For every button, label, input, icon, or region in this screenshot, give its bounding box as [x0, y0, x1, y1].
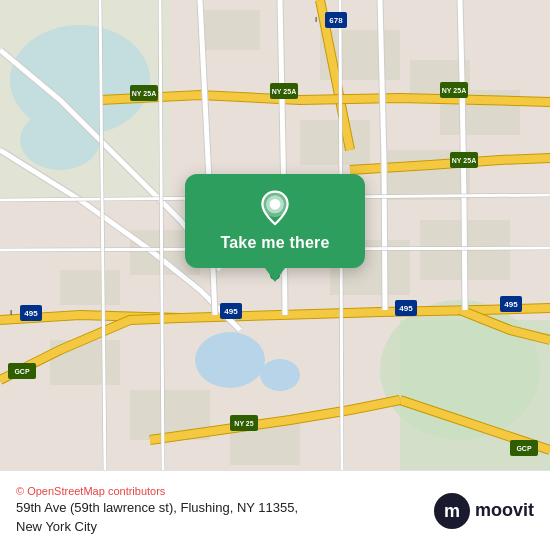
- svg-text:NY 25A: NY 25A: [442, 87, 466, 94]
- moovit-icon: m: [433, 492, 471, 530]
- location-line1: 59th Ave (59th lawrence st), Flushing, N…: [16, 500, 298, 515]
- svg-text:495: 495: [504, 300, 518, 309]
- moovit-logo[interactable]: m moovit: [433, 492, 534, 530]
- svg-text:NY 25A: NY 25A: [452, 157, 476, 164]
- svg-point-3: [195, 332, 265, 388]
- info-bar: © OpenStreetMap contributors 59th Ave (5…: [0, 470, 550, 550]
- attribution-symbol: ©: [16, 485, 24, 497]
- attribution-contributors: contributors: [108, 485, 165, 497]
- svg-text:NY 25A: NY 25A: [272, 88, 296, 95]
- take-me-there-button[interactable]: Take me there: [220, 234, 329, 252]
- svg-text:NY 25A: NY 25A: [132, 90, 156, 97]
- svg-text:m: m: [444, 501, 460, 521]
- svg-rect-11: [300, 120, 370, 165]
- location-pin-icon: [257, 190, 293, 226]
- svg-point-4: [260, 359, 300, 391]
- attribution: © OpenStreetMap contributors: [16, 485, 298, 497]
- svg-text:495: 495: [224, 307, 238, 316]
- svg-text:I: I: [10, 308, 12, 317]
- svg-text:678: 678: [329, 16, 343, 25]
- svg-text:495: 495: [399, 304, 413, 313]
- svg-text:I: I: [315, 15, 317, 24]
- info-left: © OpenStreetMap contributors 59th Ave (5…: [16, 485, 298, 535]
- location-line2: New York City: [16, 519, 97, 534]
- popup-card: Take me there: [185, 174, 365, 268]
- moovit-wordmark: moovit: [475, 500, 534, 521]
- svg-text:NY 25: NY 25: [234, 420, 253, 427]
- svg-text:GCP: GCP: [516, 445, 532, 452]
- svg-text:GCP: GCP: [14, 368, 30, 375]
- map-container: 678 I NY 25A NY 25A NY 25A NY 25A 495 I …: [0, 0, 550, 470]
- svg-rect-15: [60, 270, 120, 305]
- location-text: 59th Ave (59th lawrence st), Flushing, N…: [16, 499, 298, 535]
- svg-point-50: [270, 199, 281, 210]
- svg-text:495: 495: [24, 309, 38, 318]
- svg-rect-8: [200, 10, 260, 50]
- openstreetmap-link[interactable]: OpenStreetMap: [27, 485, 105, 497]
